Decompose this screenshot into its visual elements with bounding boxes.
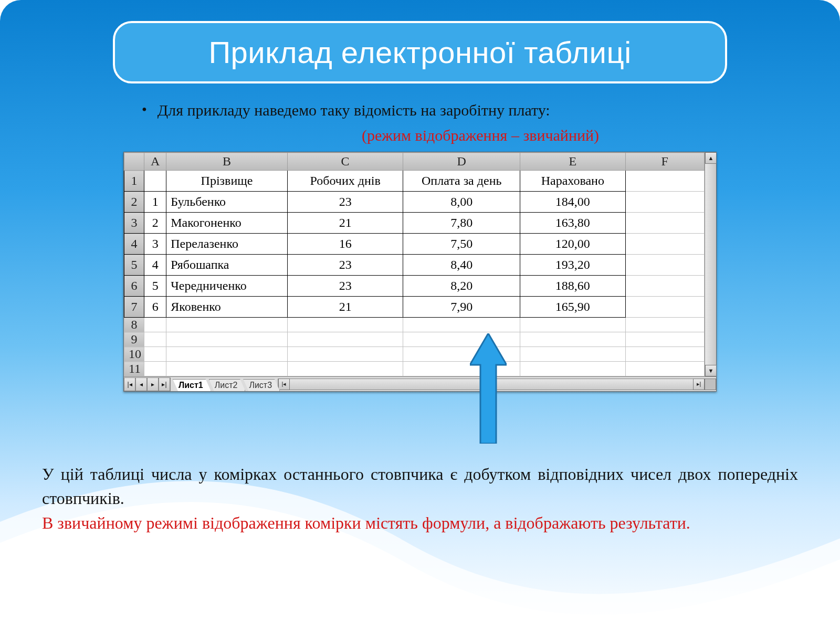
cell[interactable]: 23 [287, 276, 403, 297]
scroll-up-icon[interactable]: ▲ [705, 152, 717, 164]
bottom-paragraph-2: В звичайному режимі відображення комірки… [42, 511, 798, 535]
bottom-paragraph-1: У цій таблиці числа у комірках останньог… [42, 462, 798, 511]
cell[interactable]: 193,20 [520, 255, 626, 276]
nav-prev-icon[interactable]: ◂ [135, 377, 147, 391]
cell[interactable]: Перелазенко [166, 234, 288, 255]
cell[interactable]: 7,90 [403, 297, 520, 318]
cell[interactable]: 8,40 [403, 255, 520, 276]
arrow-up-icon [470, 333, 507, 444]
cell[interactable]: 23 [287, 255, 403, 276]
cell[interactable] [625, 276, 704, 297]
cell[interactable] [144, 171, 166, 192]
tab-sheet2[interactable]: Лист2 [209, 379, 246, 391]
col-B[interactable]: B [166, 153, 288, 171]
tab-sheet3[interactable]: Лист3 [243, 379, 280, 391]
cell[interactable] [144, 362, 166, 376]
cell[interactable] [287, 362, 403, 376]
nav-last-icon[interactable]: ▸| [159, 377, 170, 391]
cell[interactable] [287, 318, 403, 332]
cell[interactable] [166, 362, 288, 376]
row-head[interactable]: 4 [124, 234, 144, 255]
cell[interactable] [520, 362, 626, 376]
cell[interactable] [144, 318, 166, 332]
scroll-corner [705, 379, 716, 390]
col-E[interactable]: E [520, 153, 626, 171]
scroll-left-icon[interactable]: |◂ [278, 379, 290, 390]
cell[interactable] [625, 234, 704, 255]
cell[interactable] [403, 318, 520, 332]
cell[interactable]: Бульбенко [166, 192, 288, 213]
row-head[interactable]: 2 [124, 192, 144, 213]
cell[interactable]: 8,20 [403, 276, 520, 297]
cell[interactable] [625, 332, 704, 347]
tab-sheet1[interactable]: Лист1 [173, 379, 211, 391]
cell[interactable] [166, 318, 288, 332]
nav-first-icon[interactable]: |◂ [124, 377, 135, 391]
vertical-scrollbar[interactable]: ▲ ▼ [705, 152, 716, 376]
cell[interactable]: 21 [287, 297, 403, 318]
cell[interactable] [625, 297, 704, 318]
cell[interactable]: 5 [144, 276, 166, 297]
cell[interactable] [144, 347, 166, 362]
row-head[interactable]: 11 [124, 362, 144, 376]
cell[interactable]: 120,00 [520, 234, 626, 255]
cell[interactable] [520, 318, 626, 332]
cell[interactable]: 7,50 [403, 234, 520, 255]
cell[interactable]: Рябошапка [166, 255, 288, 276]
col-F[interactable]: F [625, 153, 704, 171]
cell[interactable]: 165,90 [520, 297, 626, 318]
cell[interactable]: 2 [144, 213, 166, 234]
cell[interactable]: 23 [287, 192, 403, 213]
col-A[interactable]: A [144, 153, 166, 171]
cell[interactable] [625, 362, 704, 376]
row-head[interactable]: 10 [124, 347, 144, 362]
cell[interactable] [625, 171, 704, 192]
cell[interactable]: Нараховано [520, 171, 626, 192]
cell[interactable]: Макогоненко [166, 213, 288, 234]
cell[interactable]: 8,00 [403, 192, 520, 213]
sheet-tabs: Лист1 Лист2 Лист3 [173, 377, 278, 391]
nav-next-icon[interactable]: ▸ [147, 377, 159, 391]
cell[interactable] [520, 347, 626, 362]
bullet-block: • Для прикладу наведемо таку відомість н… [142, 99, 735, 146]
cell[interactable]: Прізвище [166, 171, 288, 192]
cell[interactable]: 16 [287, 234, 403, 255]
cell[interactable] [166, 347, 288, 362]
cell[interactable] [287, 347, 403, 362]
cell[interactable]: 3 [144, 234, 166, 255]
select-all-corner[interactable] [124, 153, 144, 171]
row-head[interactable]: 3 [124, 213, 144, 234]
row-head[interactable]: 8 [124, 318, 144, 332]
cell[interactable]: 21 [287, 213, 403, 234]
cell[interactable] [166, 332, 288, 347]
row-head[interactable]: 5 [124, 255, 144, 276]
cell[interactable]: 1 [144, 192, 166, 213]
scroll-right-icon[interactable]: ▸| [693, 379, 705, 390]
cell[interactable] [625, 255, 704, 276]
col-D[interactable]: D [403, 153, 520, 171]
cell[interactable]: Оплата за день [403, 171, 520, 192]
row-head[interactable]: 9 [124, 332, 144, 347]
cell[interactable]: Чередниченко [166, 276, 288, 297]
cell[interactable]: 4 [144, 255, 166, 276]
cell[interactable]: Яковенко [166, 297, 288, 318]
cell[interactable]: 7,80 [403, 213, 520, 234]
cell[interactable] [625, 192, 704, 213]
cell[interactable]: Робочих днів [287, 171, 403, 192]
scroll-down-icon[interactable]: ▼ [705, 365, 717, 376]
cell[interactable] [625, 347, 704, 362]
cell[interactable]: 188,60 [520, 276, 626, 297]
cell[interactable]: 184,00 [520, 192, 626, 213]
cell[interactable] [520, 332, 626, 347]
cell[interactable]: 163,80 [520, 213, 626, 234]
row-head[interactable]: 7 [124, 297, 144, 318]
row-head[interactable]: 6 [124, 276, 144, 297]
cell[interactable] [625, 213, 704, 234]
cell[interactable]: 6 [144, 297, 166, 318]
col-C[interactable]: C [287, 153, 403, 171]
cell[interactable] [144, 332, 166, 347]
table-row: 5 4 Рябошапка 23 8,40 193,20 [124, 255, 705, 276]
row-head[interactable]: 1 [124, 171, 144, 192]
cell[interactable] [625, 318, 704, 332]
cell[interactable] [287, 332, 403, 347]
